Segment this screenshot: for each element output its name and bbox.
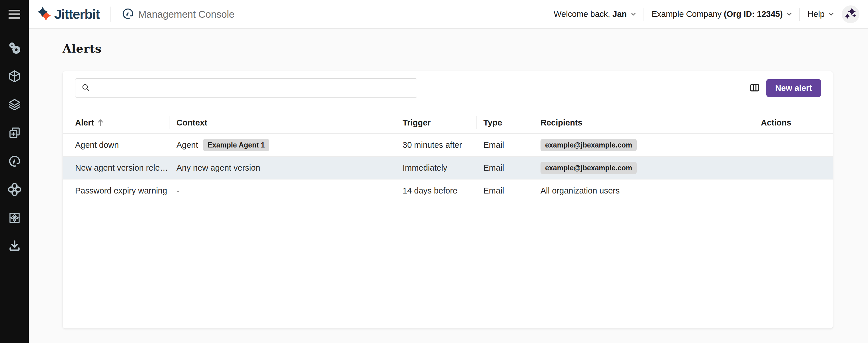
column-header-trigger[interactable]: Trigger: [396, 118, 476, 127]
menu-divider: [644, 8, 644, 21]
cell-trigger: 14 days before: [396, 186, 476, 196]
search-input[interactable]: [94, 83, 417, 93]
cell-recipients: example@jbexample.com: [532, 139, 719, 151]
chevron-down-icon: [631, 12, 636, 16]
cell-alert: Agent down: [63, 140, 169, 150]
console-label: Management Console: [138, 8, 235, 20]
user-name: Jan: [613, 9, 627, 19]
copy-add-icon: [8, 126, 22, 141]
gauge-icon: [8, 154, 22, 169]
sidebar-item-layers[interactable]: [0, 91, 29, 119]
table-body: Agent down Agent Example Agent 1 30 minu…: [63, 134, 833, 202]
sidebar-item-download[interactable]: [0, 232, 29, 261]
cell-context: -: [169, 186, 396, 196]
download-icon: [8, 239, 22, 254]
sidebar-item-puzzle[interactable]: [0, 204, 29, 232]
console-gauge-icon: [122, 8, 134, 21]
header-divider: [111, 6, 111, 22]
context-chip: Example Agent 1: [203, 139, 270, 151]
cube-icon: [8, 69, 22, 84]
cell-alert: Password expiry warning: [63, 186, 169, 196]
org-id: (Org ID: 12345): [724, 9, 783, 19]
help-label: Help: [807, 9, 825, 19]
cell-type: Email: [476, 140, 532, 150]
columns-button[interactable]: [750, 83, 760, 93]
sparkles-icon: [844, 7, 858, 22]
gears-icon: [8, 41, 22, 56]
recipient-chip: example@jbexample.com: [540, 139, 637, 151]
top-right-menu: Welcome back, Jan Example Company (Org I…: [554, 5, 860, 23]
cell-type: Email: [476, 163, 532, 173]
search-icon: [82, 83, 90, 93]
user-menu[interactable]: Welcome back, Jan: [554, 9, 636, 19]
sidebar: [0, 0, 29, 343]
main-content: Alerts New alert Alert: [29, 29, 868, 343]
sidebar-item-gauge[interactable]: [0, 147, 29, 176]
jitterbit-logo[interactable]: Jitterbit: [37, 6, 100, 22]
sidebar-item-copy-add[interactable]: [0, 119, 29, 147]
console-title: Management Console: [122, 8, 235, 21]
column-header-actions: Actions: [719, 118, 833, 127]
cell-type: Email: [476, 186, 532, 196]
table-row[interactable]: New agent version rele… Any new agent ve…: [63, 156, 833, 179]
column-header-context[interactable]: Context: [169, 118, 396, 127]
page-title: Alerts: [63, 42, 868, 55]
cell-context: Agent Example Agent 1: [169, 139, 396, 151]
organization-menu[interactable]: Example Company (Org ID: 12345): [652, 9, 792, 19]
jitterbit-logo-icon: [37, 6, 52, 22]
new-alert-button[interactable]: New alert: [766, 79, 821, 97]
company-name: Example Company: [652, 9, 721, 19]
cell-trigger: Immediately: [396, 163, 476, 173]
chevron-down-icon: [829, 12, 834, 16]
sidebar-item-gears[interactable]: [0, 34, 29, 63]
hamburger-icon: [8, 10, 20, 19]
cell-recipients: example@jbexample.com: [532, 162, 719, 174]
column-header-recipients[interactable]: Recipients: [532, 118, 719, 127]
column-header-alert[interactable]: Alert: [63, 118, 169, 127]
cell-alert: New agent version rele…: [63, 163, 169, 173]
chevron-down-icon: [787, 12, 792, 16]
puzzle-icon: [8, 211, 22, 226]
ai-assistant-button[interactable]: [842, 5, 860, 23]
layers-icon: [8, 98, 22, 113]
welcome-text: Welcome back,: [554, 9, 610, 19]
cell-context: Any new agent version: [169, 163, 396, 173]
sidebar-item-cube[interactable]: [0, 63, 29, 91]
alerts-card: New alert Alert Context Trigger Type Rec…: [63, 71, 833, 329]
table-header: Alert Context Trigger Type Recipients Ac…: [63, 112, 833, 134]
cell-recipients: All organization users: [532, 186, 719, 196]
sidebar-nav: [0, 34, 29, 261]
search-box: [75, 78, 417, 98]
sidebar-item-loops[interactable]: [0, 176, 29, 204]
recipient-chip: example@jbexample.com: [540, 162, 637, 174]
brand-wordmark: Jitterbit: [54, 6, 100, 22]
cell-trigger: 30 minutes after: [396, 140, 476, 150]
alerts-toolbar: New alert: [63, 71, 833, 98]
sort-asc-icon: [97, 119, 104, 126]
top-bar: Jitterbit Management Console Welcome bac…: [29, 0, 868, 29]
column-header-type[interactable]: Type: [476, 118, 532, 127]
columns-icon: [750, 83, 760, 93]
menu-toggle-button[interactable]: [0, 0, 29, 29]
loops-icon: [8, 183, 22, 198]
table-row[interactable]: Password expiry warning - 14 days before…: [63, 179, 833, 202]
help-menu[interactable]: Help: [807, 9, 834, 19]
table-row[interactable]: Agent down Agent Example Agent 1 30 minu…: [63, 134, 833, 156]
